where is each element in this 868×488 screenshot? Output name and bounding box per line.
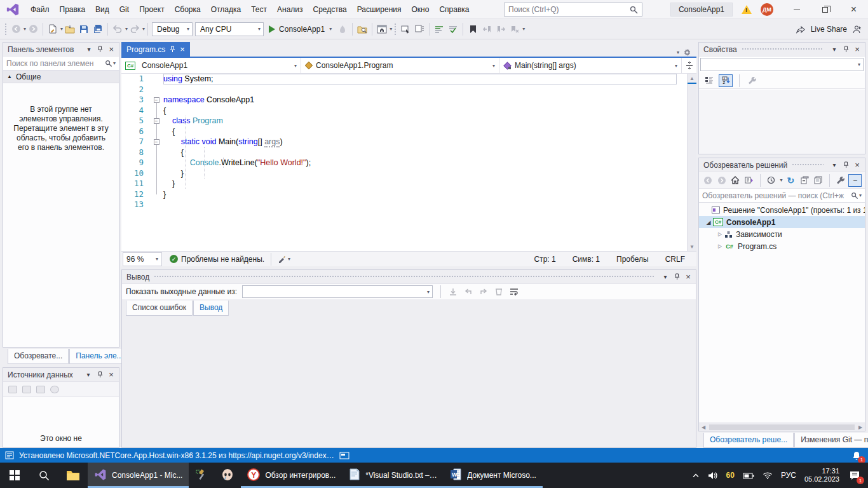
fold-toggle-icon[interactable]: − xyxy=(154,139,159,145)
expander-icon[interactable]: ▷ xyxy=(715,243,724,249)
indent-lines-icon[interactable] xyxy=(412,22,426,36)
refresh-icon[interactable]: ↻ xyxy=(785,174,797,186)
menu-item[interactable]: Git xyxy=(114,3,134,17)
expander-icon[interactable]: ▷ xyxy=(715,231,724,237)
hot-reload-icon[interactable] xyxy=(336,22,349,36)
previous-bookmark-icon[interactable] xyxy=(480,22,494,36)
wrench-icon[interactable] xyxy=(835,174,846,186)
spaces-indicator[interactable]: Пробелы xyxy=(616,255,649,264)
split-editor-button[interactable] xyxy=(681,58,696,73)
home-window-dropdown[interactable]: ▾ xyxy=(390,26,392,32)
problems-status[interactable]: Проблемы не найдены. xyxy=(181,255,264,264)
menu-item[interactable]: Сборка xyxy=(170,3,206,17)
line-number[interactable]: 9 xyxy=(121,158,149,168)
taskbar-button-word[interactable]: WДокумент Microso... xyxy=(444,463,543,488)
file-explorer-button[interactable] xyxy=(58,463,88,488)
toolbox-search-input[interactable] xyxy=(6,59,105,68)
pin-icon[interactable] xyxy=(672,272,682,282)
find-in-files-icon[interactable] xyxy=(355,22,369,36)
menu-item[interactable]: Тест xyxy=(246,3,272,17)
solution-search-box[interactable]: ▾ xyxy=(699,189,865,203)
tab-error-list[interactable]: Список ошибок xyxy=(126,301,193,316)
tray-expand-chevron-icon[interactable] xyxy=(692,473,700,478)
tab-solution-explorer[interactable]: Обозреватель реше... xyxy=(703,433,794,448)
expander-icon[interactable]: ◢ xyxy=(704,219,713,226)
clear-output-icon[interactable] xyxy=(493,286,505,297)
line-number[interactable]: 1 xyxy=(121,74,149,85)
scroll-left-icon[interactable]: ◀ xyxy=(699,424,708,430)
next-message-icon[interactable] xyxy=(478,286,489,297)
pin-icon[interactable] xyxy=(841,44,851,55)
code-line[interactable]: 4{ xyxy=(121,105,687,116)
redo-icon[interactable] xyxy=(128,22,142,36)
tree-item-program-cs[interactable]: ▷C#Program.cs xyxy=(699,240,865,252)
solution-platforms-dropdown[interactable]: Any CPU▾ xyxy=(195,22,264,36)
project-dropdown[interactable]: C# ConsoleApp1▾ xyxy=(121,58,301,73)
toolbar-grip[interactable] xyxy=(4,23,7,36)
menu-item[interactable]: Анализ xyxy=(272,3,308,17)
tree-item-project[interactable]: ◢C#ConsoleApp1 xyxy=(699,216,865,228)
tab-output[interactable]: Вывод xyxy=(193,301,229,316)
tab-options-gear-icon[interactable] xyxy=(683,48,691,57)
toolbar-grip[interactable] xyxy=(394,23,397,36)
input-language-indicator[interactable]: РУС xyxy=(781,471,796,480)
code-cleanup-dropdown[interactable]: ▾ xyxy=(288,256,290,262)
line-number[interactable]: 13 xyxy=(121,200,149,210)
alphabetical-sort-icon[interactable]: AZ xyxy=(719,74,733,87)
pin-icon[interactable] xyxy=(95,370,105,380)
volume-icon[interactable] xyxy=(708,471,718,480)
pending-changes-filter-icon[interactable] xyxy=(766,174,777,186)
code-line[interactable]: 7− static void Main(string[] args) xyxy=(121,137,687,147)
start-debugging-button[interactable]: ConsoleApp1 ▾ xyxy=(265,22,336,37)
battery-icon[interactable] xyxy=(743,472,754,479)
search-options-dropdown[interactable]: ▾ xyxy=(859,193,862,198)
solution-configurations-dropdown[interactable]: Debug▾ xyxy=(152,22,193,36)
switch-views-icon[interactable] xyxy=(743,174,755,186)
code-editor[interactable]: 1using System;23−namespace ConsoleApp14{… xyxy=(121,74,696,251)
line-number[interactable]: 11 xyxy=(121,179,149,189)
avatar[interactable]: ДМ xyxy=(761,3,773,16)
code-line[interactable]: 5− class Program xyxy=(121,116,687,126)
new-file-icon[interactable] xyxy=(46,22,60,36)
toolbox-group-header[interactable]: ▲ Общие xyxy=(3,71,119,83)
close-icon[interactable]: × xyxy=(106,44,116,55)
navigate-backward-icon[interactable] xyxy=(9,22,23,36)
window-position-dropdown[interactable]: ▾ xyxy=(84,44,94,55)
code-line[interactable]: 8 { xyxy=(121,147,687,158)
menu-item[interactable]: Справка xyxy=(434,3,474,17)
scrollbar-thumb[interactable] xyxy=(709,424,855,430)
pin-icon[interactable] xyxy=(95,44,105,55)
filter-dropdown[interactable]: ▾ xyxy=(780,177,783,183)
notifications-bell[interactable]: 1 xyxy=(850,449,863,462)
output-source-dropdown[interactable]: ▾ xyxy=(242,285,433,298)
tree-item-solution[interactable]: Решение "ConsoleApp1" (проекты: 1 из 1) xyxy=(699,204,865,216)
toolbar-overflow-dropdown[interactable]: ▾ xyxy=(522,26,525,32)
code-line[interactable]: 6 { xyxy=(121,126,687,137)
properties-pages-icon[interactable] xyxy=(813,174,824,186)
property-pages-wrench-icon[interactable] xyxy=(746,74,758,86)
fold-toggle-icon[interactable]: − xyxy=(154,118,159,124)
code-line[interactable]: 3−namespace ConsoleApp1 xyxy=(121,95,687,105)
close-icon[interactable]: × xyxy=(106,370,116,380)
tab-program-cs[interactable]: Program.cs × xyxy=(121,42,190,57)
status-message[interactable]: Установлено Microsoft.NETCore.App.Host.w… xyxy=(19,451,334,460)
pin-icon[interactable] xyxy=(841,160,851,170)
refresh-icon[interactable] xyxy=(50,386,59,393)
menu-item[interactable]: Отладка xyxy=(206,3,246,17)
menu-item[interactable]: Файл xyxy=(25,3,55,17)
zoom-dropdown[interactable]: 96 %▾ xyxy=(123,252,162,266)
configure-data-source-icon[interactable] xyxy=(36,386,45,393)
window-position-dropdown[interactable]: ▾ xyxy=(829,44,839,55)
line-number[interactable]: 4 xyxy=(121,105,149,116)
code-line[interactable]: 1using System; xyxy=(121,74,687,85)
previous-message-icon[interactable] xyxy=(463,286,474,297)
navigate-to-icon[interactable] xyxy=(398,22,412,36)
add-data-source-icon[interactable] xyxy=(8,386,17,393)
warning-icon[interactable]: ! xyxy=(742,5,752,14)
action-center-button[interactable]: 1 xyxy=(848,468,862,482)
live-share-label[interactable]: Live Share xyxy=(811,25,847,34)
member-dropdown[interactable]: Main(string[] args)▾ xyxy=(499,58,681,73)
window-position-dropdown[interactable]: ▾ xyxy=(829,160,839,170)
word-wrap-icon[interactable] xyxy=(508,286,520,297)
menu-item[interactable]: Расширения xyxy=(352,3,407,17)
